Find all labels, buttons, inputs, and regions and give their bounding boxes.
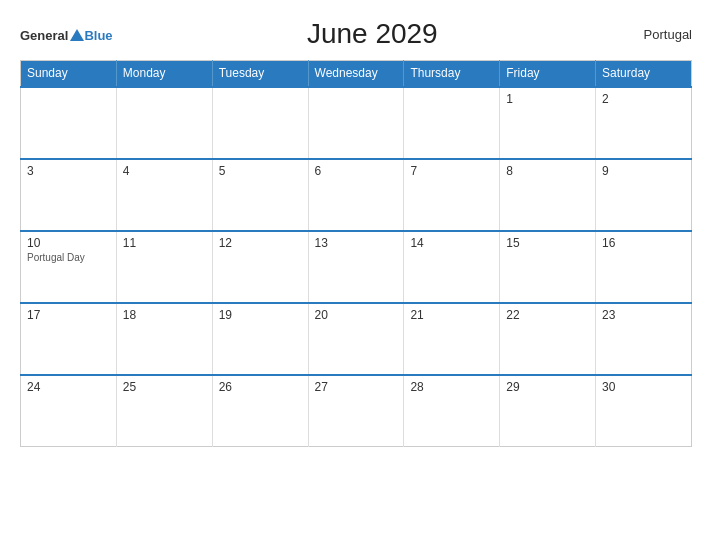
calendar-cell: 4	[116, 159, 212, 231]
week-row-3: 10Portugal Day111213141516	[21, 231, 692, 303]
holiday-label: Portugal Day	[27, 252, 110, 263]
calendar-cell: 17	[21, 303, 117, 375]
calendar-cell: 6	[308, 159, 404, 231]
day-number: 18	[123, 308, 206, 322]
calendar-cell	[308, 87, 404, 159]
week-row-5: 24252627282930	[21, 375, 692, 447]
day-number: 8	[506, 164, 589, 178]
calendar-cell: 22	[500, 303, 596, 375]
day-number: 26	[219, 380, 302, 394]
calendar-cell	[404, 87, 500, 159]
calendar-container: General Blue June 2029 Portugal SundayMo…	[0, 0, 712, 550]
calendar-cell: 12	[212, 231, 308, 303]
day-number: 24	[27, 380, 110, 394]
calendar-cell: 30	[596, 375, 692, 447]
day-number: 25	[123, 380, 206, 394]
week-row-1: 12	[21, 87, 692, 159]
day-number: 13	[315, 236, 398, 250]
day-number: 29	[506, 380, 589, 394]
calendar-cell: 18	[116, 303, 212, 375]
calendar-cell: 23	[596, 303, 692, 375]
day-number: 1	[506, 92, 589, 106]
calendar-cell: 25	[116, 375, 212, 447]
day-header-thursday: Thursday	[404, 61, 500, 87]
day-number: 9	[602, 164, 685, 178]
calendar-grid: SundayMondayTuesdayWednesdayThursdayFrid…	[20, 60, 692, 447]
calendar-cell: 10Portugal Day	[21, 231, 117, 303]
calendar-cell: 7	[404, 159, 500, 231]
day-header-tuesday: Tuesday	[212, 61, 308, 87]
day-number: 19	[219, 308, 302, 322]
day-number: 3	[27, 164, 110, 178]
logo-general-text: General	[20, 29, 68, 42]
calendar-cell: 29	[500, 375, 596, 447]
calendar-cell: 3	[21, 159, 117, 231]
day-number: 16	[602, 236, 685, 250]
day-number: 12	[219, 236, 302, 250]
day-header-monday: Monday	[116, 61, 212, 87]
day-number: 17	[27, 308, 110, 322]
day-number: 4	[123, 164, 206, 178]
calendar-cell: 14	[404, 231, 500, 303]
day-number: 27	[315, 380, 398, 394]
calendar-cell: 26	[212, 375, 308, 447]
calendar-cell: 2	[596, 87, 692, 159]
calendar-cell: 27	[308, 375, 404, 447]
calendar-cell	[21, 87, 117, 159]
calendar-cell: 5	[212, 159, 308, 231]
day-header-friday: Friday	[500, 61, 596, 87]
calendar-cell: 21	[404, 303, 500, 375]
day-number: 28	[410, 380, 493, 394]
day-number: 22	[506, 308, 589, 322]
day-number: 11	[123, 236, 206, 250]
days-of-week-row: SundayMondayTuesdayWednesdayThursdayFrid…	[21, 61, 692, 87]
day-header-saturday: Saturday	[596, 61, 692, 87]
calendar-cell: 9	[596, 159, 692, 231]
day-number: 10	[27, 236, 110, 250]
calendar-cell: 24	[21, 375, 117, 447]
day-number: 7	[410, 164, 493, 178]
calendar-cell	[212, 87, 308, 159]
calendar-cell: 11	[116, 231, 212, 303]
country-label: Portugal	[632, 27, 692, 42]
calendar-cell: 20	[308, 303, 404, 375]
day-number: 15	[506, 236, 589, 250]
day-number: 6	[315, 164, 398, 178]
day-header-wednesday: Wednesday	[308, 61, 404, 87]
calendar-title: June 2029	[113, 18, 632, 50]
logo-blue-text: Blue	[84, 29, 112, 42]
logo-triangle-icon	[70, 29, 84, 41]
day-header-sunday: Sunday	[21, 61, 117, 87]
day-number: 20	[315, 308, 398, 322]
day-number: 21	[410, 308, 493, 322]
day-number: 23	[602, 308, 685, 322]
logo: General Blue	[20, 26, 113, 42]
week-row-4: 17181920212223	[21, 303, 692, 375]
calendar-cell: 16	[596, 231, 692, 303]
calendar-cell: 28	[404, 375, 500, 447]
calendar-header: General Blue June 2029 Portugal	[20, 18, 692, 50]
calendar-cell: 8	[500, 159, 596, 231]
calendar-cell: 15	[500, 231, 596, 303]
day-number: 14	[410, 236, 493, 250]
day-number: 30	[602, 380, 685, 394]
calendar-cell: 13	[308, 231, 404, 303]
day-number: 5	[219, 164, 302, 178]
calendar-cell	[116, 87, 212, 159]
calendar-cell: 19	[212, 303, 308, 375]
week-row-2: 3456789	[21, 159, 692, 231]
day-number: 2	[602, 92, 685, 106]
calendar-cell: 1	[500, 87, 596, 159]
